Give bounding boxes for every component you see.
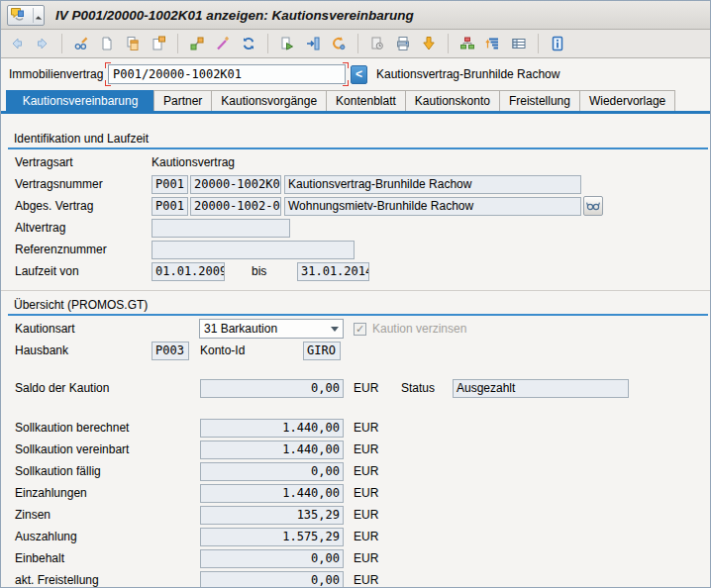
glasses-icon [585, 198, 601, 215]
referenznummer-field [152, 241, 355, 259]
section-title-identifikation: Identifikation und Laufzeit [14, 132, 710, 146]
status-label: Status [401, 381, 453, 395]
vertragsnummer-row: Vertragsnummer P001 20000-1002K01 Kautio… [1, 173, 710, 195]
tab-partner[interactable]: Partner [153, 90, 212, 111]
amount-row: Zinsen 135,29 EUR [1, 504, 710, 526]
table-view-icon[interactable] [510, 35, 528, 52]
tab-kautionsvereinbarung[interactable]: Kautionsvereinbarung [6, 90, 154, 111]
immobilienvertrag-field-wrap [108, 64, 346, 84]
tab-kautionskonto[interactable]: Kautionskonto [405, 90, 500, 111]
referenznummer-label: Referenznummer [15, 243, 152, 256]
print-icon[interactable] [394, 35, 412, 52]
section-title-uebersicht: Übersicht (PROMOS.GT) [14, 298, 710, 312]
kautionsart-select[interactable]: 31 Barkaution [199, 319, 344, 339]
laufzeit-row: Laufzeit von 01.01.2009 bis 31.01.2014 [1, 260, 710, 282]
amount-label: Einbehalt [15, 551, 200, 565]
copy-icon[interactable] [124, 35, 142, 52]
toolbar-separator [61, 34, 62, 53]
tab-kontenblatt[interactable]: Kontenblatt [326, 90, 406, 111]
create-icon[interactable] [98, 35, 116, 52]
laufzeit-von-label: Laufzeit von [15, 264, 152, 278]
immobilienvertrag-input[interactable] [108, 64, 346, 84]
kautionsart-row: Kautionsart 31 Barkaution ✓ Kaution verz… [1, 318, 710, 340]
amount-row: Einzahlungen 1.440,00 EUR [1, 482, 710, 504]
linked-contract-number-field: 20000-1002-01 [190, 197, 281, 216]
amount-field: 135,29 [200, 506, 344, 525]
gui-services-menu-button[interactable] [7, 5, 45, 26]
currency-label: EUR [354, 381, 378, 395]
amounts-list: Sollkaution berechnet 1.440,00 EUR Sollk… [1, 417, 710, 588]
toolbar-separator [267, 34, 268, 53]
amount-row: Einbehalt 0,00 EUR [1, 547, 710, 569]
kaution-verzinsen-checkbox: ✓ [354, 323, 366, 336]
page-title: IV P001/20000-1002K01 anzeigen: Kautions… [55, 8, 414, 23]
info-icon[interactable] [549, 35, 566, 52]
amount-label: Einzahlungen [15, 486, 200, 500]
amount-label: Sollkaution berechnet [15, 421, 200, 435]
refresh-icon[interactable] [240, 35, 257, 52]
sort-list-icon[interactable] [484, 35, 502, 52]
amount-field: 1.440,00 [200, 419, 344, 438]
collapse-button[interactable]: < [351, 65, 367, 84]
hausbank-label: Hausbank [15, 343, 152, 357]
tab-content: Identifikation und Laufzeit Vertragsart … [1, 114, 710, 588]
exit-icon[interactable] [304, 35, 322, 52]
hausbank-row: Hausbank P003 Konto-Id GIRO [1, 340, 710, 361]
amount-field: 1.575,29 [200, 528, 344, 546]
amount-row: akt. Freistellung 0,00 EUR [1, 569, 710, 588]
vertragsart-value: Kautionsvertrag [152, 155, 235, 169]
amount-field: 0,00 [200, 462, 344, 481]
contract-description: Kautionsvertrag-Brunhilde Rachow [376, 67, 559, 81]
saldo-row: Saldo der Kaution 0,00 EUR Status Ausgez… [1, 377, 710, 399]
altvertrag-field [152, 219, 290, 238]
amount-label: Auszahlung [15, 530, 200, 543]
hierarchy-icon[interactable] [458, 35, 476, 52]
currency-label: EUR [354, 530, 378, 543]
other-contract-icon[interactable] [330, 35, 348, 52]
sap-window: IV P001/20000-1002K01 anzeigen: Kautions… [0, 0, 711, 588]
section-divider [1, 290, 710, 291]
amount-label: Zinsen [15, 508, 200, 522]
referenznummer-row: Referenznummer [1, 239, 710, 260]
export-icon[interactable] [420, 35, 438, 52]
object-header-row: Immobilienvertrag < Kautionsvertrag-Brun… [1, 58, 710, 90]
saldo-label: Saldo der Kaution [15, 381, 200, 395]
title-bar: IV P001/20000-1002K01 anzeigen: Kautions… [1, 1, 710, 30]
currency-label: EUR [354, 551, 378, 565]
contract-description-field: Kautionsvertrag-Brunhilde Rachow [284, 175, 581, 194]
vertragsart-label: Vertragsart [15, 155, 152, 169]
section-rule [8, 147, 708, 149]
back-icon[interactable] [8, 35, 26, 52]
currency-label: EUR [354, 508, 378, 522]
amount-label: Sollkaution fällig [15, 464, 200, 478]
transfer-icon[interactable] [278, 35, 296, 52]
standard-toolbar [1, 30, 710, 58]
company-code-field: P001 [152, 197, 188, 216]
currency-label: EUR [354, 573, 378, 587]
konto-id-field: GIRO [303, 342, 341, 360]
forward-icon[interactable] [34, 35, 51, 52]
currency-label: EUR [354, 464, 378, 478]
preview-icon[interactable] [368, 35, 386, 52]
abges-vertrag-label: Abges. Vertrag [15, 199, 152, 213]
create-with-template-icon[interactable] [150, 35, 167, 52]
assign-icon[interactable] [188, 35, 206, 52]
amount-field: 0,00 [200, 571, 344, 588]
amount-field: 1.440,00 [200, 441, 344, 459]
menu-dropdown-arrow-icon [36, 16, 42, 22]
currency-label: EUR [354, 421, 378, 435]
konto-id-label: Konto-Id [200, 343, 303, 357]
altvertrag-label: Altvertrag [15, 221, 152, 235]
display-contract-button[interactable] [583, 196, 603, 216]
abges-vertrag-row: Abges. Vertrag P001 20000-1002-01 Wohnun… [1, 195, 710, 217]
speech-bubble-icon [10, 6, 26, 25]
company-code-field: P001 [152, 175, 188, 194]
currency-label: EUR [354, 442, 378, 456]
tab-wiedervorlage[interactable]: Wiedervorlage [579, 90, 675, 111]
tab-kautionsvorgaenge[interactable]: Kautionsvorgänge [211, 90, 327, 111]
display-change-icon[interactable] [72, 35, 90, 52]
tab-freistellung[interactable]: Freistellung [499, 90, 580, 111]
saldo-field: 0,00 [200, 379, 344, 398]
altvertrag-row: Altvertrag [1, 217, 710, 239]
modify-wand-icon[interactable] [214, 35, 232, 52]
